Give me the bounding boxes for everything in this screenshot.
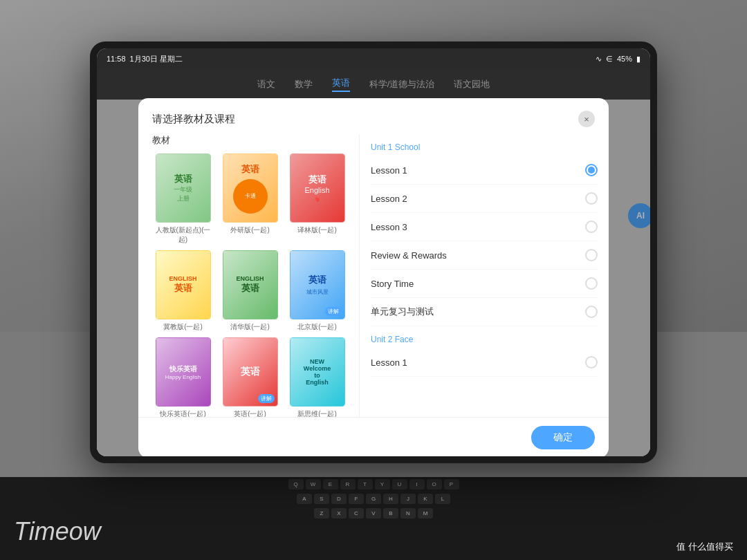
key-n[interactable]: N — [400, 508, 416, 519]
book-cover-waiyan: 英语 卡通 — [223, 153, 278, 223]
modal-body: 教材 英语 一年级 上册 — [138, 134, 609, 417]
lesson-1-3-radio[interactable] — [585, 221, 598, 233]
book-label-beijing: 北京版(一起) — [297, 322, 337, 332]
key-s[interactable]: S — [314, 494, 329, 504]
keyboard: Q W E R T Y U I O P A S D F G H J K L Z … — [0, 477, 747, 560]
header-item-garden[interactable]: 语文园地 — [454, 78, 490, 91]
lesson-item-review[interactable]: Review & Rewards — [371, 241, 598, 270]
key-r[interactable]: R — [340, 479, 356, 489]
lesson-item-1-3[interactable]: Lesson 3 — [371, 213, 598, 241]
book-item-renjiao[interactable]: 英语 一年级 上册 人教版(新起点)(一起) — [152, 153, 214, 245]
modal-overlay: 请选择教材及课程 × 教材 — [97, 100, 650, 456]
tablet-frame: 11:58 1月30日 星期二 ∿ ∈ 45% ▮ 语文 数学 英语 科学/道德… — [90, 41, 657, 463]
app-header: 语文 数学 英语 科学/道德与法治 语文园地 — [97, 69, 650, 100]
key-i[interactable]: I — [409, 479, 425, 489]
key-d[interactable]: D — [331, 494, 347, 504]
book-cover-yingyu: 英语 讲解 — [223, 337, 278, 407]
left-panel: 教材 英语 一年级 上册 — [138, 134, 360, 417]
book-item-yilin[interactable]: 英语 English 🎈 译林版(一起) — [286, 153, 348, 245]
books-grid: 英语 一年级 上册 人教版(新起点)(一起) — [152, 153, 348, 417]
header-item-chinese[interactable]: 语文 — [257, 78, 275, 91]
book-item-qinghua[interactable]: ENGLISH 英语 清华版(一起) — [219, 250, 281, 332]
wifi-icon: ∈ — [606, 55, 613, 64]
lesson-1-1-radio[interactable] — [585, 164, 598, 176]
status-date: 1月30日 星期二 — [130, 54, 183, 64]
watermark: Timeow — [0, 517, 101, 546]
key-a[interactable]: A — [297, 494, 312, 504]
header-item-science[interactable]: 科学/道德与法治 — [369, 78, 435, 91]
book-item-beijing[interactable]: 英语 城市风景 讲解 北京版(一起) — [286, 250, 348, 332]
key-z[interactable]: Z — [314, 508, 329, 519]
key-h[interactable]: H — [383, 494, 398, 504]
book-cover-welcome: NEWWelcometoEnglish — [290, 337, 345, 407]
modal-title: 请选择教材及课程 — [152, 113, 235, 126]
key-o[interactable]: O — [427, 479, 442, 489]
key-t[interactable]: T — [358, 479, 373, 489]
lesson-review-name: Review & Rewards — [371, 250, 447, 261]
key-f[interactable]: F — [349, 494, 364, 504]
unit-2-title: Unit 2 Face — [371, 335, 598, 344]
lesson-review-radio[interactable] — [585, 249, 598, 261]
key-y[interactable]: Y — [375, 479, 390, 489]
modal-close-button[interactable]: × — [578, 111, 595, 127]
key-b[interactable]: B — [383, 508, 398, 519]
lesson-item-2-1[interactable]: Lesson 1 — [371, 348, 598, 377]
book-label-yilin: 译林版(一起) — [297, 225, 337, 235]
key-k[interactable]: K — [418, 494, 433, 504]
book-label-yingyu: 英语(一起) — [234, 409, 266, 417]
bottom-brand: 值 什么值得买 — [676, 541, 733, 553]
lesson-1-3-name: Lesson 3 — [371, 222, 407, 232]
lesson-item-storytime[interactable]: Story Time — [371, 270, 598, 298]
book-label-qinghua: 清华版(一起) — [230, 322, 270, 332]
book-item-waiyan[interactable]: 英语 卡通 外研版(一起) — [219, 153, 281, 245]
book-cover-qinghua: ENGLISH 英语 — [223, 250, 278, 319]
battery-icon: ▮ — [636, 55, 640, 64]
modal-header: 请选择教材及课程 × — [138, 98, 609, 134]
lesson-unit-review-radio[interactable] — [585, 306, 598, 318]
key-w[interactable]: W — [306, 479, 321, 489]
lesson-2-1-radio[interactable] — [585, 356, 598, 368]
book-item-jijiao[interactable]: ENGLISH 英语 冀教版(一起) — [152, 250, 214, 332]
header-item-english[interactable]: 英语 — [332, 77, 350, 92]
status-left: 11:58 1月30日 星期二 — [107, 54, 183, 64]
battery-percentage: 45% — [617, 55, 632, 63]
key-m[interactable]: M — [418, 508, 433, 519]
key-p[interactable]: P — [444, 479, 459, 489]
main-content: AI 请选择教材及课程 × 教材 — [97, 100, 650, 456]
book-cover-jijiao: ENGLISH 英语 — [156, 250, 211, 319]
status-bar: 11:58 1月30日 星期二 ∿ ∈ 45% ▮ — [97, 48, 650, 69]
unit-1-title: Unit 1 School — [371, 142, 598, 152]
key-c[interactable]: C — [349, 508, 364, 519]
book-cover-beijing: 英语 城市风景 讲解 — [290, 250, 345, 319]
lesson-item-unit-review[interactable]: 单元复习与测试 — [371, 298, 598, 326]
lesson-item-1-1[interactable]: Lesson 1 — [371, 156, 598, 185]
modal-dialog: 请选择教材及课程 × 教材 — [138, 98, 609, 456]
status-right: ∿ ∈ 45% ▮ — [596, 55, 640, 64]
modal-footer: 确定 — [138, 417, 609, 456]
book-item-yingyu[interactable]: 英语 讲解 英语(一起) — [219, 337, 281, 417]
key-j[interactable]: J — [400, 494, 416, 504]
key-u[interactable]: U — [392, 479, 407, 489]
lesson-1-1-name: Lesson 1 — [371, 165, 407, 176]
lesson-storytime-radio[interactable] — [585, 277, 598, 290]
book-label-renjiao: 人教版(新起点)(一起) — [152, 225, 214, 245]
lesson-1-2-name: Lesson 2 — [371, 194, 407, 204]
book-label-waiyan: 外研版(一起) — [230, 225, 270, 235]
key-l[interactable]: L — [435, 494, 450, 504]
key-g[interactable]: G — [366, 494, 381, 504]
lesson-item-1-2[interactable]: Lesson 2 — [371, 185, 598, 213]
lesson-1-2-radio[interactable] — [585, 192, 598, 205]
key-v[interactable]: V — [366, 508, 381, 519]
key-x[interactable]: X — [331, 508, 347, 519]
lesson-2-1-name: Lesson 1 — [371, 357, 407, 368]
book-item-welcome[interactable]: NEWWelcometoEnglish 新思维(一起) — [286, 337, 348, 417]
confirm-button[interactable]: 确定 — [531, 426, 595, 449]
header-item-math[interactable]: 数学 — [295, 78, 313, 91]
key-e[interactable]: E — [323, 479, 338, 489]
book-item-kuaile[interactable]: 快乐英语 Happy English 快乐英语(一起) — [152, 337, 214, 417]
textbooks-section-title: 教材 — [152, 134, 348, 147]
lesson-storytime-name: Story Time — [371, 279, 414, 289]
key-q[interactable]: Q — [288, 479, 304, 489]
book-label-jijiao: 冀教版(一起) — [163, 322, 203, 332]
book-cover-yilin: 英语 English 🎈 — [290, 153, 345, 223]
